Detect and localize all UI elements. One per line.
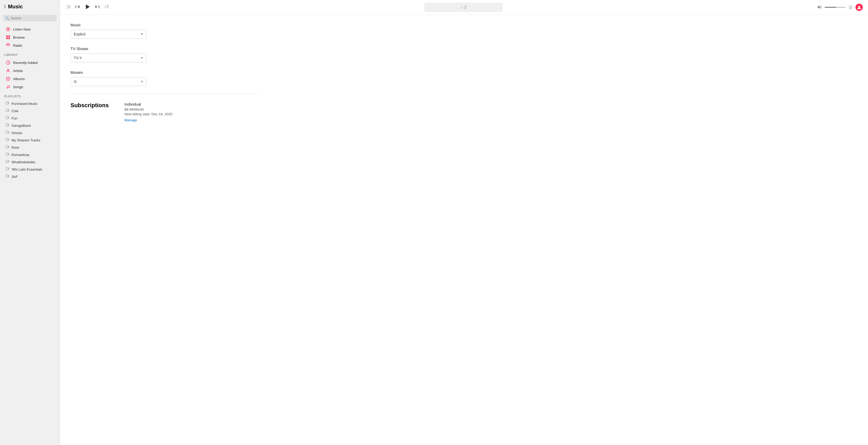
sidebar-item-rock[interactable]: Rock <box>2 144 58 151</box>
sidebar-item-garageband-label: GarageBand <box>11 124 31 128</box>
playlist-icon <box>6 138 9 142</box>
sidebar-item-browse[interactable]: Browse <box>2 33 58 41</box>
sidebar:  Music 🔍 Listen Now <box>0 0 60 445</box>
svg-rect-13 <box>6 116 8 119</box>
sidebar-item-90s-latin-essentials[interactable]: '90s Latin Essentials <box>2 166 58 173</box>
app-logo-area:  Music <box>0 0 60 13</box>
main-nav: Listen Now Browse Radio <box>0 24 60 51</box>
svg-rect-19 <box>6 160 8 163</box>
next-button[interactable] <box>94 4 100 10</box>
sidebar-item-listen-now[interactable]: Listen Now <box>2 25 58 33</box>
library-nav: Recently Added Artists Albums <box>0 57 60 92</box>
sidebar-item-my-shazam-tracks[interactable]: My Shazam Tracks <box>2 137 58 144</box>
tvshows-settings-section: TV Shows TV-Y TV-Y7 TV-G TV-PG TV-14 TV-… <box>70 46 258 62</box>
manage-link[interactable]: Manage <box>124 118 137 122</box>
sidebar-item-albums[interactable]: Albums <box>2 75 58 83</box>
sidebar-item-listen-now-label: Listen Now <box>13 27 31 31</box>
albums-icon <box>6 76 10 81</box>
tvshows-rating-select[interactable]: TV-Y TV-Y7 TV-G TV-PG TV-14 TV-MA <box>70 54 146 62</box>
svg-rect-8 <box>7 78 9 80</box>
svg-marker-22 <box>77 5 80 8</box>
subscriptions-title: Subscriptions <box>70 102 109 122</box>
sidebar-item-fun[interactable]: Fun <box>2 115 58 122</box>
music-select-wrapper: Explicit Clean ▼ <box>70 30 146 39</box>
sidebar-item-romanticas[interactable]: Romanticas <box>2 151 58 158</box>
sidebar-item-songs[interactable]: Songs <box>2 83 58 91</box>
music-label: Music <box>70 23 258 27</box>
svg-rect-23 <box>75 5 76 8</box>
subscriptions-section: Subscriptions Individual $9.99/Month Nex… <box>70 102 258 122</box>
search-container: 🔍 <box>0 13 60 24</box>
svg-rect-15 <box>6 131 8 133</box>
sidebar-item-radio-label: Radio <box>13 43 22 47</box>
playlists-nav: Purchased Music Cole Fun <box>0 99 60 182</box>
svg-rect-3 <box>8 35 10 37</box>
playlist-icon <box>6 101 9 106</box>
movies-settings-section: Movies G PG PG-13 R NC-17 ▼ <box>70 70 258 86</box>
svg-rect-26 <box>99 5 99 8</box>
playlist-icon <box>6 167 9 172</box>
svg-point-1 <box>7 28 9 30</box>
svg-rect-17 <box>6 146 8 148</box>
subscription-detail: Individual $9.99/Month Next billing date… <box>124 102 173 122</box>
sidebar-item-ginzas-label: Ginzas <box>11 131 22 135</box>
apple-center-icon:  <box>465 5 467 10</box>
subscription-price: $9.99/Month <box>124 107 173 112</box>
svg-rect-2 <box>6 35 8 37</box>
repeat-button[interactable] <box>104 4 110 10</box>
sidebar-item-recently-added[interactable]: Recently Added <box>2 59 58 66</box>
search-box[interactable]: 🔍 <box>3 15 57 21</box>
tvshows-label: TV Shows <box>70 46 258 51</box>
music-settings-section: Music Explicit Clean ▼ <box>70 23 258 39</box>
svg-marker-24 <box>86 4 90 9</box>
playlist-icon <box>6 145 9 150</box>
sidebar-item-3af[interactable]: 3AF <box>2 173 58 180</box>
sidebar-item-radio[interactable]: Radio <box>2 41 58 49</box>
svg-rect-20 <box>6 167 8 170</box>
search-icon: 🔍 <box>5 17 9 20</box>
sidebar-item-ginzas[interactable]: Ginzas <box>2 129 58 136</box>
tvshows-select-wrapper: TV-Y TV-Y7 TV-G TV-PG TV-14 TV-MA ▼ <box>70 54 146 62</box>
sidebar-item-purchased-music[interactable]: Purchased Music <box>2 100 58 107</box>
svg-marker-27 <box>818 5 820 9</box>
sidebar-item-artists[interactable]: Artists <box>2 67 58 74</box>
topbar: ♪  ☰ <box>60 0 868 15</box>
playlist-icon <box>6 116 9 121</box>
playlists-header: Playlists <box>0 92 60 99</box>
svg-point-9 <box>7 87 8 88</box>
movies-label: Movies <box>70 70 258 74</box>
sidebar-item-albums-label: Albums <box>13 77 25 81</box>
user-avatar[interactable] <box>856 4 863 11</box>
sidebar-item-whatthekidslike[interactable]: Whatthekidslike <box>2 159 58 166</box>
music-rating-select[interactable]: Explicit Clean <box>70 30 146 39</box>
svg-rect-14 <box>6 124 8 126</box>
sidebar-item-90s-latin-essentials-label: '90s Latin Essentials <box>11 167 42 171</box>
sidebar-item-garageband[interactable]: GarageBand <box>2 122 58 129</box>
movies-rating-select[interactable]: G PG PG-13 R NC-17 <box>70 77 146 86</box>
sidebar-item-3af-label: 3AF <box>11 175 18 179</box>
queue-icon[interactable]: ☰ <box>849 5 852 10</box>
svg-rect-12 <box>6 109 8 112</box>
sidebar-item-artists-label: Artists <box>13 69 23 73</box>
sidebar-item-cole[interactable]: Cole <box>2 107 58 115</box>
subscription-billing: Next billing date: Dec 18, 2020 <box>124 112 173 116</box>
playlist-icon <box>6 160 9 164</box>
svg-marker-25 <box>95 5 98 8</box>
movies-select-wrapper: G PG PG-13 R NC-17 ▼ <box>70 77 146 86</box>
search-input[interactable] <box>11 16 55 20</box>
radio-icon <box>6 43 10 48</box>
browse-icon <box>6 35 10 40</box>
recently-added-icon <box>6 60 10 65</box>
sidebar-item-fun-label: Fun <box>11 116 17 120</box>
svg-rect-4 <box>6 38 8 39</box>
volume-slider[interactable] <box>825 7 845 8</box>
play-button[interactable] <box>84 3 91 11</box>
volume-fill <box>825 7 836 8</box>
artists-icon <box>6 68 10 73</box>
playlist-icon <box>6 109 9 113</box>
svg-rect-5 <box>8 38 10 39</box>
playlist-icon <box>6 123 9 128</box>
shuffle-button[interactable] <box>65 4 71 10</box>
previous-button[interactable] <box>75 4 81 10</box>
sidebar-item-songs-label: Songs <box>13 85 23 89</box>
